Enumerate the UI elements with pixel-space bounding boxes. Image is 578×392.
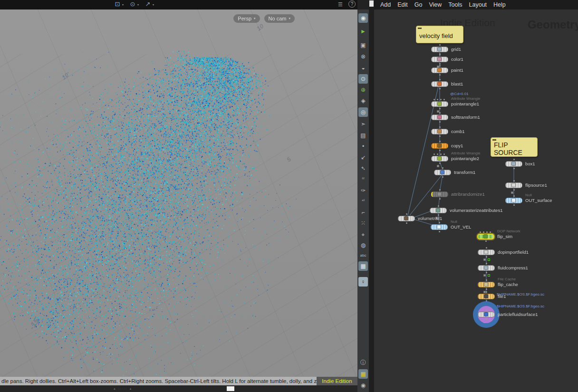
node-connector[interactable] (437, 99, 438, 100)
menu-item-add[interactable]: Add (380, 1, 391, 8)
node-connector[interactable] (513, 180, 515, 182)
playhead[interactable] (227, 386, 234, 391)
node-connector[interactable] (490, 231, 491, 233)
hand-box-icon[interactable]: ▤ (358, 131, 368, 140)
camera-menu-button[interactable]: No cam ▾ (264, 14, 295, 23)
node-connector[interactable] (443, 99, 445, 100)
node-connector[interactable] (439, 74, 441, 76)
snap-points-icon[interactable]: ⊙▾ (127, 0, 138, 9)
sticky-note[interactable]: FLIP SOURCE (491, 137, 538, 157)
3d-viewport[interactable] (0, 10, 357, 377)
menu-item-go[interactable]: Go (414, 1, 423, 8)
node-connector[interactable] (434, 99, 435, 100)
node-connector[interactable] (513, 195, 515, 197)
sticky-minimize-icon[interactable] (418, 28, 422, 29)
node-connector[interactable] (513, 189, 515, 191)
node-connector[interactable] (486, 291, 487, 293)
node-connector[interactable] (486, 279, 487, 281)
network-editor-pane[interactable]: AddEditGoViewToolsLayoutHelp Indie Editi… (369, 0, 578, 392)
display-options-icon[interactable]: ☰ (336, 0, 345, 9)
axis-icon[interactable]: ⌖ (358, 230, 368, 239)
node-connector[interactable] (406, 213, 407, 215)
help-icon[interactable]: ? (348, 0, 356, 8)
info-icon[interactable]: ⓘ (358, 358, 368, 367)
add-point-icon[interactable]: ⊕ (358, 85, 368, 95)
node-connector[interactable] (486, 263, 487, 264)
disc-icon[interactable]: ◍ (358, 240, 368, 250)
menu-item-edit[interactable]: Edit (397, 1, 408, 8)
menu-item-view[interactable]: View (429, 1, 442, 8)
node-connector[interactable] (442, 167, 443, 169)
node-connector[interactable] (439, 198, 441, 200)
curve-arrow-icon[interactable]: ↙ (358, 153, 368, 162)
menu-item-help[interactable]: Help (493, 1, 506, 8)
node-connector[interactable] (439, 108, 441, 109)
node-connector[interactable] (439, 222, 440, 223)
light-icon[interactable]: ⊙ (358, 74, 368, 84)
abc-text-icon[interactable]: abc (358, 251, 368, 260)
node-connector[interactable] (513, 168, 515, 169)
point-numbers-icon[interactable]: ¹² (358, 174, 368, 184)
snap-disable-icon[interactable]: ⊗ (358, 52, 368, 61)
corner-handle-icon[interactable]: ⌐ (358, 208, 368, 217)
select-points-icon[interactable]: ⁙ (358, 219, 368, 228)
view-eye-icon[interactable]: ◉ (358, 13, 368, 23)
node-connector[interactable] (439, 112, 441, 114)
playbar[interactable]: ▲ ::::: ▲ (0, 385, 357, 392)
select-arrow-icon[interactable]: ► (358, 27, 368, 36)
hand-pointer-icon[interactable]: ➣ (358, 119, 368, 129)
node-connector[interactable] (439, 121, 441, 123)
node-connector[interactable] (437, 153, 438, 155)
node-connector[interactable] (483, 231, 484, 233)
pose-tool-icon[interactable]: ◈ (358, 96, 368, 105)
node-connector[interactable] (439, 65, 441, 67)
lock-icon[interactable]: ▣ (358, 40, 368, 50)
network-scrollbar[interactable] (369, 0, 374, 392)
camera-tool-icon[interactable]: ◎ (358, 107, 368, 117)
node-connector[interactable] (480, 231, 481, 233)
jump-to-object-icon[interactable]: ↗▾ (143, 0, 153, 9)
node-connector[interactable] (439, 63, 441, 65)
sticky-note[interactable]: velocity field (416, 26, 463, 43)
node-connector[interactable] (439, 135, 441, 137)
node-connector[interactable] (440, 99, 442, 100)
node-connector[interactable] (406, 222, 407, 224)
node-connector[interactable] (486, 272, 487, 273)
node-connector[interactable] (434, 153, 435, 155)
scrollbar-thumb[interactable] (369, 0, 374, 7)
node-connector[interactable] (442, 176, 443, 178)
node-connector[interactable] (439, 141, 441, 142)
hand-display-icon[interactable]: ✑ (358, 186, 368, 195)
sticky-minimize-icon[interactable] (492, 139, 496, 141)
node-connector[interactable] (485, 240, 487, 242)
point-icon[interactable]: • (358, 142, 368, 151)
prim-numbers-icon[interactable]: ⁴² (358, 196, 368, 206)
node-connector[interactable] (439, 126, 441, 128)
node-connector[interactable] (513, 159, 515, 160)
node-connector[interactable] (439, 88, 441, 89)
locate-pin-icon[interactable]: ♀ (358, 277, 368, 287)
node-connector[interactable] (486, 318, 487, 320)
image-plane-icon[interactable]: ▦ (358, 261, 368, 271)
snapshot-icon[interactable]: ◉ (358, 381, 368, 390)
node-connector[interactable] (486, 309, 487, 311)
node-connector[interactable] (439, 150, 441, 151)
node-connector[interactable] (439, 54, 441, 56)
node-connector[interactable] (439, 189, 441, 191)
node-connector[interactable] (439, 163, 441, 164)
node-connector[interactable] (486, 256, 487, 258)
node-connector[interactable] (439, 44, 441, 46)
shade-mode-icon[interactable]: ◒ (358, 63, 368, 73)
pin-icon[interactable]: ➴ (358, 163, 368, 173)
node-connector[interactable] (486, 231, 488, 233)
node-connector[interactable] (486, 247, 487, 249)
menu-item-tools[interactable]: Tools (448, 1, 462, 8)
snap-multi-icon[interactable]: ⊡▾ (112, 0, 123, 9)
node-connector[interactable] (438, 205, 439, 207)
node-connector[interactable] (486, 288, 487, 290)
projection-menu-button[interactable]: Persp ▾ (233, 14, 260, 23)
node-connector[interactable] (513, 204, 515, 206)
grid-layout-icon[interactable]: ▦ (358, 369, 368, 379)
node-connector[interactable] (440, 153, 442, 155)
menu-item-layout[interactable]: Layout (469, 1, 487, 8)
